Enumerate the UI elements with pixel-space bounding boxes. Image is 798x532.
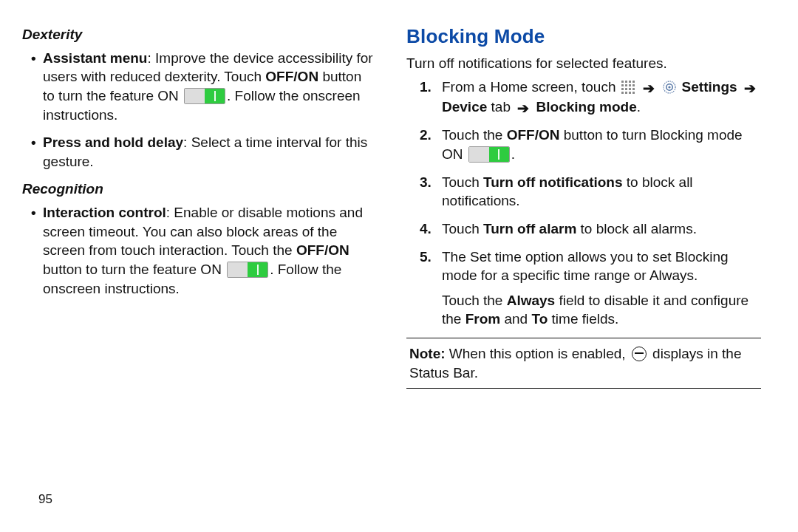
- note-block: Note: When this option is enabled, displ…: [406, 344, 761, 382]
- svg-point-2: [669, 86, 671, 88]
- body-text: time fields.: [548, 311, 618, 327]
- item-title: Assistant menu: [43, 50, 147, 66]
- step-item: Touch Turn off notifications to block al…: [420, 173, 761, 211]
- always-label: Always: [507, 293, 555, 308]
- body-text: button to turn the feature ON: [43, 262, 225, 277]
- body-text: Touch: [442, 221, 483, 236]
- body-text: .: [511, 146, 515, 162]
- item-title: Press and hold delay: [43, 134, 183, 150]
- recognition-list: Interaction control: Enable or disable m…: [22, 203, 377, 298]
- steps-list: From a Home screen, touch ➔ Settings ➔ D…: [406, 78, 761, 329]
- settings-label: Settings: [682, 79, 737, 95]
- note-rule-top: [406, 338, 761, 338]
- item-title: Interaction control: [43, 205, 166, 220]
- body-text: When this option is enabled,: [446, 346, 630, 361]
- list-item: Press and hold delay: Select a time inte…: [31, 133, 377, 171]
- toggle-on-icon: [468, 146, 510, 163]
- step-item: Touch Turn off alarm to block all alarms…: [420, 219, 761, 239]
- arrow-right-icon: ➔: [517, 99, 529, 118]
- list-item: Assistant menu: Improve the device acces…: [31, 49, 377, 125]
- list-item: Interaction control: Enable or disable m…: [31, 203, 377, 298]
- intro-text: Turn off notifications for selected feat…: [406, 54, 761, 73]
- step-item: Touch the OFF/ON button to turn Blocking…: [420, 126, 761, 163]
- body-text: Touch the: [442, 127, 507, 143]
- to-label: To: [531, 311, 548, 327]
- from-label: From: [466, 311, 501, 327]
- blocking-mode-label: Blocking mode: [536, 99, 637, 115]
- body-text: and: [500, 311, 531, 327]
- step-item: The Set time option allows you to set Bl…: [420, 248, 761, 330]
- note-rule-bottom: [406, 388, 761, 389]
- body-text: .: [637, 99, 641, 115]
- arrow-right-icon: ➔: [643, 79, 655, 98]
- offon-label: OFF/ON: [507, 127, 560, 143]
- recognition-heading: Recognition: [22, 180, 377, 199]
- device-label: Device: [442, 99, 487, 115]
- turn-off-notifications-label: Turn off notifications: [483, 174, 623, 190]
- right-column: Blocking Mode Turn off notifications for…: [406, 22, 761, 517]
- offon-label: OFF/ON: [265, 69, 318, 84]
- arrow-right-icon: ➔: [744, 79, 756, 98]
- body-text: The Set time option allows you to set Bl…: [442, 249, 729, 284]
- apps-grid-icon: [621, 81, 635, 94]
- blocking-mode-heading: Blocking Mode: [406, 24, 761, 50]
- page-number: 95: [38, 492, 52, 507]
- turn-off-alarm-label: Turn off alarm: [483, 221, 576, 236]
- step-item: From a Home screen, touch ➔ Settings ➔ D…: [420, 78, 761, 117]
- body-text: Touch the: [442, 293, 507, 308]
- step-sub-text: Touch the Always field to disable it and…: [442, 291, 761, 329]
- left-column: Dexterity Assistant menu: Improve the de…: [22, 22, 377, 517]
- offon-label: OFF/ON: [296, 242, 349, 258]
- manual-page: Dexterity Assistant menu: Improve the de…: [0, 0, 798, 532]
- body-text: to block all alarms.: [576, 221, 697, 236]
- toggle-on-icon: [227, 262, 268, 278]
- note-label: Note:: [409, 346, 446, 361]
- dexterity-heading: Dexterity: [22, 25, 377, 44]
- body-text: Touch: [442, 174, 483, 190]
- dexterity-list: Assistant menu: Improve the device acces…: [22, 49, 377, 171]
- settings-gear-icon: [663, 81, 676, 94]
- blocking-mode-status-icon: [632, 347, 647, 361]
- body-text: tab: [487, 99, 514, 115]
- body-text: From a Home screen, touch: [442, 79, 620, 95]
- toggle-on-icon: [184, 88, 225, 104]
